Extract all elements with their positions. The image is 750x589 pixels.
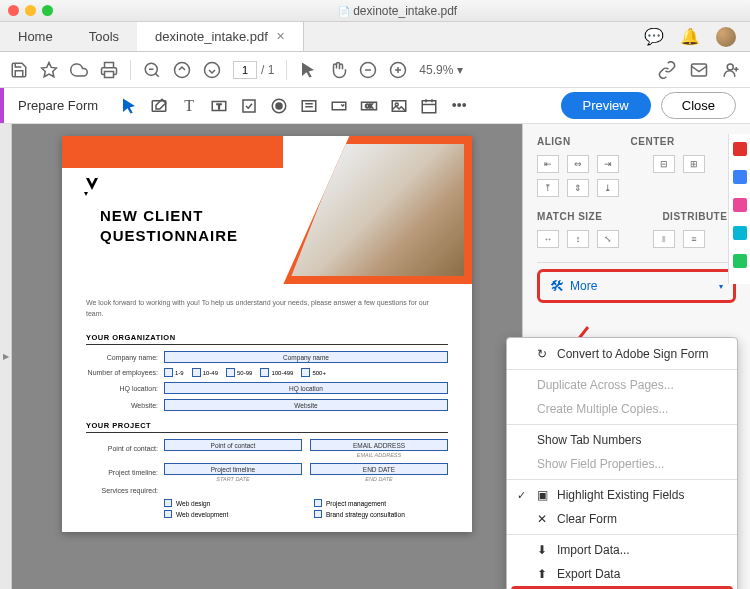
close-tab-icon[interactable]: ✕ xyxy=(276,30,285,43)
field-edit-icon[interactable] xyxy=(150,97,168,115)
zoom-level[interactable]: 45.9% ▾ xyxy=(419,63,463,77)
svg-point-13 xyxy=(727,64,733,70)
tool-comment-icon[interactable] xyxy=(733,226,747,240)
zoom-minus-icon[interactable] xyxy=(359,61,377,79)
tab-document[interactable]: dexinote_intake.pdf ✕ xyxy=(137,22,304,51)
section-org: YOUR ORGANIZATION xyxy=(86,333,448,345)
nav-up-icon[interactable] xyxy=(173,61,191,79)
wrench-icon: 🛠 xyxy=(550,278,564,294)
share-link-icon[interactable] xyxy=(658,61,676,79)
radio-1-9[interactable] xyxy=(164,368,173,377)
ok-button-icon[interactable]: OK xyxy=(360,97,378,115)
dd-field-props: Show Field Properties... xyxy=(507,452,737,476)
field-hq[interactable]: HQ location xyxy=(164,382,448,394)
hero-image xyxy=(291,144,464,276)
dd-tab-numbers[interactable]: Show Tab Numbers xyxy=(507,428,737,452)
align-center-h-icon[interactable]: ⇔ xyxy=(567,155,589,173)
distribute-h-icon[interactable]: ⦀ xyxy=(653,230,675,248)
check-webdev[interactable] xyxy=(164,510,172,518)
dd-import-data[interactable]: ⬇Import Data... xyxy=(507,538,737,562)
star-icon[interactable] xyxy=(40,61,58,79)
radio-10-49[interactable] xyxy=(192,368,201,377)
close-window[interactable] xyxy=(8,5,19,16)
dd-export-data[interactable]: ⬆Export Data xyxy=(507,562,737,586)
radio-500[interactable] xyxy=(301,368,310,377)
checkbox-field-icon[interactable] xyxy=(240,97,258,115)
distribute-v-icon[interactable]: ≡ xyxy=(683,230,705,248)
document-viewport: NEW CLIENT QUESTIONNAIRE We look forward… xyxy=(12,124,522,589)
notification-bell-icon[interactable]: 🔔 xyxy=(680,27,700,46)
left-sidebar-toggle[interactable]: ▶ xyxy=(0,124,12,589)
match-width-icon[interactable]: ↔ xyxy=(537,230,559,248)
svg-rect-28 xyxy=(422,100,436,112)
align-top-icon[interactable]: ⤒ xyxy=(537,179,559,197)
tool-edit-pdf-icon[interactable] xyxy=(733,170,747,184)
more-dropdown-button[interactable]: 🛠 More ▾ xyxy=(537,269,736,303)
window-title: 📄 dexinote_intake.pdf xyxy=(53,4,742,18)
more-tools-icon[interactable]: ••• xyxy=(450,97,468,115)
match-height-icon[interactable]: ↕ xyxy=(567,230,589,248)
dd-clear-form[interactable]: ✕Clear Form xyxy=(507,507,737,531)
dd-highlight-fields[interactable]: ✓▣Highlight Existing Fields xyxy=(507,483,737,507)
field-company[interactable]: Company name xyxy=(164,351,448,363)
save-icon[interactable] xyxy=(10,61,28,79)
dd-multi-copies: Create Multiple Copies... xyxy=(507,397,737,421)
page-current-input[interactable] xyxy=(233,61,257,79)
dd-duplicate: Duplicate Across Pages... xyxy=(507,373,737,397)
dd-convert-sign[interactable]: ↻Convert to Adobe Sign Form xyxy=(507,342,737,366)
field-website[interactable]: Website xyxy=(164,399,448,411)
hand-tool-icon[interactable] xyxy=(329,61,347,79)
align-bottom-icon[interactable]: ⤓ xyxy=(597,179,619,197)
center-h-icon[interactable]: ⊟ xyxy=(653,155,675,173)
tab-home[interactable]: Home xyxy=(0,22,71,51)
field-timeline[interactable]: Project timeline xyxy=(164,463,302,475)
dropdown-field-icon[interactable] xyxy=(330,97,348,115)
main-toolbar: / 1 45.9% ▾ xyxy=(0,52,750,88)
align-middle-icon[interactable]: ⇕ xyxy=(567,179,589,197)
date-field-icon[interactable] xyxy=(420,97,438,115)
tool-organize-icon[interactable] xyxy=(733,254,747,268)
image-field-icon[interactable] xyxy=(390,97,408,115)
svg-rect-1 xyxy=(105,71,114,77)
arrow-tool-icon[interactable] xyxy=(120,97,138,115)
cloud-icon[interactable] xyxy=(70,61,88,79)
check-webdesign[interactable] xyxy=(164,499,172,507)
field-email[interactable]: EMAIL ADDRESS xyxy=(310,439,448,451)
share-person-icon[interactable] xyxy=(722,61,740,79)
section-project: YOUR PROJECT xyxy=(86,421,448,433)
user-avatar[interactable] xyxy=(716,27,736,47)
text-box-icon[interactable]: T xyxy=(210,97,228,115)
check-pm[interactable] xyxy=(314,499,322,507)
nav-down-icon[interactable] xyxy=(203,61,221,79)
text-field-icon[interactable]: T xyxy=(180,97,198,115)
distribute-heading: DISTRIBUTE xyxy=(662,211,727,222)
minimize-window[interactable] xyxy=(25,5,36,16)
radio-100-499[interactable] xyxy=(260,368,269,377)
match-both-icon[interactable]: ⤡ xyxy=(597,230,619,248)
field-poc[interactable]: Point of contact xyxy=(164,439,302,451)
maximize-window[interactable] xyxy=(42,5,53,16)
svg-marker-33 xyxy=(84,192,88,196)
radio-field-icon[interactable] xyxy=(270,97,288,115)
field-enddate[interactable]: END DATE xyxy=(310,463,448,475)
tab-tools[interactable]: Tools xyxy=(71,22,137,51)
zoom-out-icon[interactable] xyxy=(143,61,161,79)
radio-50-99[interactable] xyxy=(226,368,235,377)
print-icon[interactable] xyxy=(100,61,118,79)
align-left-icon[interactable]: ⇤ xyxy=(537,155,559,173)
check-brand[interactable] xyxy=(314,510,322,518)
comment-icon[interactable]: 💬 xyxy=(644,27,664,46)
close-button[interactable]: Close xyxy=(661,92,736,119)
align-right-icon[interactable]: ⇥ xyxy=(597,155,619,173)
center-v-icon[interactable]: ⊞ xyxy=(683,155,705,173)
selection-arrow-icon[interactable] xyxy=(299,61,317,79)
zoom-plus-icon[interactable] xyxy=(389,61,407,79)
svg-rect-12 xyxy=(692,64,707,76)
email-icon[interactable] xyxy=(690,61,708,79)
tool-create-pdf-icon[interactable] xyxy=(733,142,747,156)
preview-button[interactable]: Preview xyxy=(561,92,651,119)
tool-export-pdf-icon[interactable] xyxy=(733,198,747,212)
svg-point-19 xyxy=(276,103,282,109)
list-field-icon[interactable] xyxy=(300,97,318,115)
chevron-down-icon: ▾ xyxy=(719,282,723,291)
